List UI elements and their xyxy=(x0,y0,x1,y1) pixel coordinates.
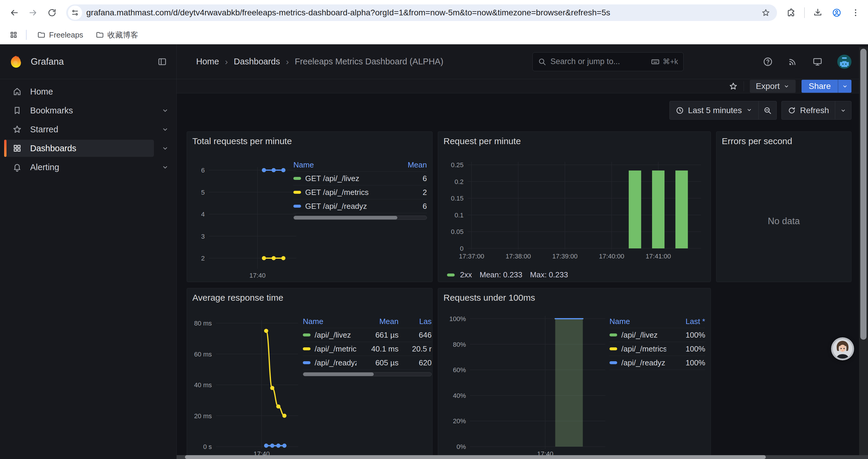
dashboards-grid-icon xyxy=(12,143,22,153)
header-icons xyxy=(763,55,851,69)
chevron-down-icon[interactable] xyxy=(154,140,176,157)
legend-row[interactable]: /api/_/readyz100% xyxy=(610,356,705,370)
bookmarks-divider xyxy=(26,30,27,40)
search-input[interactable]: Search or jump to... ⌘+k xyxy=(532,52,684,71)
chevron-down-icon[interactable] xyxy=(154,159,176,176)
legend-row[interactable]: GET /api/_/metrics2 xyxy=(293,186,427,199)
main-header: Home › Dashboards › Freeleaps Metrics Da… xyxy=(177,44,868,79)
star-icon xyxy=(12,125,22,134)
refresh-group: Refresh xyxy=(781,101,851,120)
panel-title[interactable]: Requests under 100ms xyxy=(438,288,711,306)
chevron-down-icon[interactable] xyxy=(154,121,176,138)
total-requests-chart[interactable]: 6543217:40 xyxy=(189,150,299,280)
vertical-scrollbar[interactable] xyxy=(859,47,868,455)
panel-title[interactable]: Errors per second xyxy=(716,132,851,150)
breadcrumb-separator: › xyxy=(286,57,289,67)
search-shortcut: ⌘+k xyxy=(651,57,678,66)
series-swatch xyxy=(447,273,455,276)
bookmark-star-icon[interactable] xyxy=(759,6,772,19)
legend-scrollbar[interactable] xyxy=(303,372,432,376)
refresh-interval-dropdown[interactable] xyxy=(835,101,851,119)
assistant-avatar-widget[interactable] xyxy=(831,337,854,360)
panels-grid: Total requests per minute 6543217:40 Nam… xyxy=(187,131,851,459)
horizontal-scrollbar-thumb[interactable] xyxy=(185,455,766,459)
sidebar-item-alerting[interactable]: Alerting xyxy=(4,159,154,176)
chevron-down-icon xyxy=(783,83,790,90)
keyboard-icon xyxy=(651,57,660,66)
legend-row[interactable]: /api/_/livez100% xyxy=(610,328,705,342)
address-bar[interactable]: grafana.mathmast.com/d/deytv4rwavabkb/fr… xyxy=(66,4,777,21)
reload-icon[interactable] xyxy=(44,4,60,21)
panel-title[interactable]: Request per minute xyxy=(438,132,711,150)
favorite-star-icon[interactable] xyxy=(729,82,738,91)
svg-text:3: 3 xyxy=(201,233,205,240)
share-button[interactable]: Share xyxy=(802,80,851,93)
site-settings-icon[interactable] xyxy=(68,6,82,20)
svg-text:0.1: 0.1 xyxy=(454,211,464,219)
panel-title[interactable]: Total requests per minute xyxy=(187,132,432,150)
average-response-time-chart[interactable]: 80 ms60 ms40 ms20 ms0 s17:40 xyxy=(191,306,301,459)
user-avatar[interactable] xyxy=(837,55,851,69)
legend-header: NameMeanLas xyxy=(303,315,432,328)
sidebar-collapse-icon[interactable] xyxy=(156,55,169,68)
sidebar-item-starred[interactable]: Starred xyxy=(4,121,154,138)
series-swatch xyxy=(303,347,311,350)
actions-divider xyxy=(744,81,744,91)
menu-kebab-icon[interactable] xyxy=(847,4,864,21)
series-swatch xyxy=(293,177,301,180)
legend-table: NameMeanGET /api/_/livez6GET /api/_/metr… xyxy=(293,159,427,220)
refresh-button[interactable]: Refresh xyxy=(782,101,835,119)
panel-title[interactable]: Average response time xyxy=(187,288,432,306)
chevron-down-icon[interactable] xyxy=(154,102,176,119)
vertical-scrollbar-thumb[interactable] xyxy=(860,49,867,340)
monitor-icon[interactable] xyxy=(812,57,823,67)
forward-icon[interactable] xyxy=(25,4,41,21)
extensions-icon[interactable] xyxy=(783,4,800,21)
bookmark-folder-blog[interactable]: 收藏博客 xyxy=(91,28,143,42)
legend-scrollbar[interactable] xyxy=(293,216,427,220)
requests-under-100ms-chart[interactable]: 100%80%60%40%20%0%17:40 xyxy=(442,306,607,459)
breadcrumb-home[interactable]: Home xyxy=(196,57,219,66)
zoom-out-button[interactable] xyxy=(758,101,776,119)
url-text: grafana.mathmast.com/d/deytv4rwavabkb/fr… xyxy=(86,8,755,18)
back-icon[interactable] xyxy=(6,4,23,21)
request-per-minute-chart[interactable]: 0.250.20.150.10.05017:37:0017:38:0017:39… xyxy=(442,151,703,266)
legend-line[interactable]: 2xx Mean: 0.233 Max: 0.233 xyxy=(447,270,711,280)
panel-errors-per-second: Errors per second No data xyxy=(716,131,851,282)
sidebar-item-home[interactable]: Home xyxy=(4,83,176,100)
news-rss-icon[interactable] xyxy=(788,57,798,67)
downloads-icon[interactable] xyxy=(809,4,826,21)
svg-text:100%: 100% xyxy=(450,315,466,323)
legend-row[interactable]: /api/_/livez661 µs646 xyxy=(303,328,432,342)
svg-text:17:39:00: 17:39:00 xyxy=(552,253,578,260)
sidebar-item-bookmarks[interactable]: Bookmarks xyxy=(4,102,154,119)
export-button[interactable]: Export xyxy=(750,80,796,93)
search-placeholder: Search or jump to... xyxy=(550,57,647,66)
legend-row[interactable]: /api/_/metrics100% xyxy=(610,342,705,356)
legend-row[interactable]: /api/_/metrics40.1 ms20.5 r xyxy=(303,342,432,356)
panel-request-per-minute: Request per minute 0.250.20.150.10.05017… xyxy=(438,131,711,282)
home-icon xyxy=(12,87,22,96)
sidebar-header: Grafana xyxy=(0,44,176,79)
grafana-logo[interactable] xyxy=(9,55,23,69)
time-range-picker[interactable]: Last 5 minutes xyxy=(670,101,758,119)
legend-row[interactable]: /api/_/readyz605 µs620 xyxy=(303,356,432,370)
breadcrumb-dashboards[interactable]: Dashboards xyxy=(234,57,280,66)
profile-icon[interactable] xyxy=(829,4,845,21)
svg-text:0%: 0% xyxy=(457,443,466,451)
bookmark-icon xyxy=(12,106,22,115)
apps-grid-icon[interactable] xyxy=(7,28,20,41)
help-icon[interactable] xyxy=(763,57,773,67)
sidebar-item-dashboards[interactable]: Dashboards xyxy=(4,140,154,157)
legend-row[interactable]: GET /api/_/livez6 xyxy=(293,172,427,186)
time-controls: Last 5 minutes Refresh xyxy=(187,101,851,120)
sidebar-nav: Home Bookmarks Starred xyxy=(0,79,176,177)
brand-name[interactable]: Grafana xyxy=(31,57,148,67)
sidebar: Grafana Home Bookmarks xyxy=(0,44,177,459)
legend-row[interactable]: GET /api/_/readyz6 xyxy=(293,199,427,213)
bookmark-folder-freeleaps[interactable]: Freeleaps xyxy=(32,28,88,42)
horizontal-scrollbar[interactable] xyxy=(177,455,868,459)
share-menu-chevron[interactable] xyxy=(838,80,851,93)
browser-toolbar: grafana.mathmast.com/d/deytv4rwavabkb/fr… xyxy=(0,0,868,25)
panel-requests-under-100ms: Requests under 100ms 100%80%60%40%20%0%1… xyxy=(438,288,711,459)
